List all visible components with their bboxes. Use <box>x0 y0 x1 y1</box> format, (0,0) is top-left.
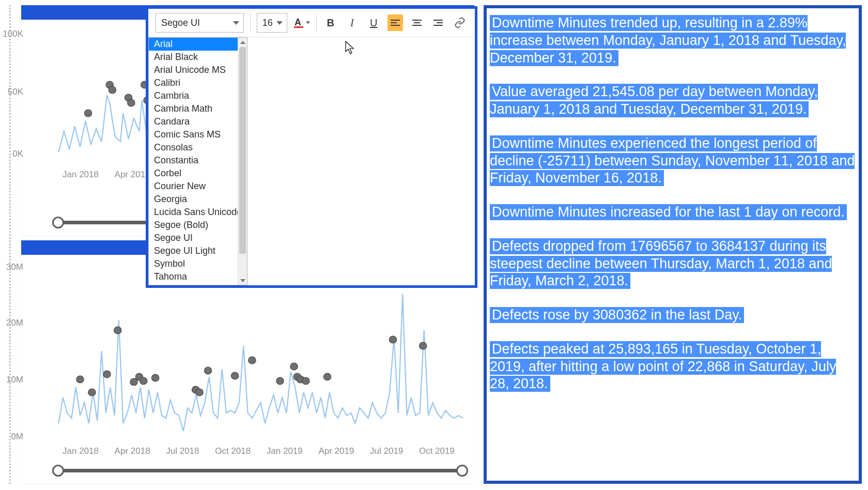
summary-text[interactable]: Downtime Minutes trended up, resulting i… <box>490 15 846 66</box>
font-color-button[interactable]: A <box>293 14 310 31</box>
svg-point-37 <box>323 373 331 380</box>
align-right-button[interactable] <box>431 14 446 31</box>
separator <box>250 13 251 32</box>
summary-text[interactable]: Downtime Minutes experienced the longest… <box>490 135 855 187</box>
font-option[interactable]: Cambria <box>149 89 238 102</box>
svg-point-33 <box>290 363 298 370</box>
align-left-button[interactable] <box>388 14 403 31</box>
scroll-thumb[interactable] <box>239 47 246 254</box>
font-option[interactable]: Arial Unicode MS <box>149 64 238 76</box>
range-handle-start[interactable] <box>52 217 64 228</box>
font-size-select[interactable]: 16 <box>257 13 287 33</box>
summary-text[interactable]: Defects rose by 3080362 in the last Day. <box>490 307 744 323</box>
svg-point-36 <box>302 377 310 385</box>
svg-rect-41 <box>294 26 303 28</box>
font-list[interactable]: ArialArial BlackArial Unicode MSCalibriC… <box>149 38 238 285</box>
selection-dotted-edge <box>9 5 14 484</box>
charts-column: 0K 50K 100K <box>21 5 474 484</box>
svg-point-26 <box>151 374 159 381</box>
chevron-down-icon <box>233 21 239 25</box>
font-option[interactable]: Times New Roman <box>149 283 238 285</box>
svg-point-22 <box>114 327 122 334</box>
font-option[interactable]: Arial <box>149 38 238 51</box>
bold-button[interactable]: B <box>323 14 338 31</box>
font-option[interactable]: Courier New <box>149 180 238 193</box>
svg-text:A: A <box>295 17 301 27</box>
insert-link-button[interactable] <box>452 14 468 31</box>
x-range-slider-bottom[interactable] <box>21 462 474 482</box>
font-option[interactable]: Georgia <box>149 193 238 206</box>
svg-point-29 <box>204 367 212 374</box>
font-option[interactable]: Symbol <box>149 257 238 270</box>
svg-point-4 <box>128 99 135 106</box>
font-option[interactable]: Segoe UI Light <box>149 244 238 257</box>
font-option[interactable]: Arial Black <box>149 51 238 64</box>
underline-button[interactable]: U <box>366 14 381 31</box>
svg-point-0 <box>84 110 92 117</box>
svg-point-2 <box>109 86 116 94</box>
font-option[interactable]: Comic Sans MS <box>149 128 238 141</box>
format-toolbar: Segoe UI 16 A B I U <box>148 9 475 37</box>
font-option[interactable]: Consolas <box>149 141 238 154</box>
font-option[interactable]: Cambria Math <box>149 102 238 115</box>
font-option[interactable]: Segoe UI <box>149 232 238 244</box>
svg-point-19 <box>76 376 84 383</box>
summary-text[interactable]: Defects dropped from 17696567 to 3684137… <box>490 238 832 289</box>
scroll-up-icon[interactable] <box>238 38 247 47</box>
format-toolbar-overlay: Segoe UI 16 A B I U <box>146 6 477 288</box>
summary-text[interactable]: Value averaged 21,545.08 per day between… <box>490 84 818 117</box>
font-option[interactable]: Corbel <box>149 167 238 180</box>
svg-point-25 <box>140 377 147 385</box>
font-option[interactable]: Lucida Sans Unicode <box>149 206 238 219</box>
scroll-down-icon[interactable] <box>238 276 247 285</box>
font-option[interactable]: Candara <box>149 115 238 128</box>
summary-text[interactable]: Defects peaked at 25,893,165 in Tuesday,… <box>490 341 836 392</box>
summary-text[interactable]: Downtime Minutes increased for the last … <box>490 204 847 220</box>
font-option[interactable]: Tahoma <box>149 270 238 283</box>
summary-pane[interactable]: Downtime Minutes trended up, resulting i… <box>484 5 862 484</box>
range-handle-start[interactable] <box>52 465 64 477</box>
font-option[interactable]: Constantia <box>149 154 238 167</box>
range-handle-end[interactable] <box>456 465 468 477</box>
chevron-down-icon <box>276 21 283 25</box>
svg-point-32 <box>276 377 284 385</box>
font-family-select[interactable]: Segoe UI <box>156 13 244 33</box>
align-center-button[interactable] <box>409 14 425 31</box>
svg-point-39 <box>419 342 427 349</box>
svg-point-30 <box>231 372 239 379</box>
svg-point-38 <box>389 336 397 343</box>
svg-point-21 <box>103 371 111 378</box>
dropdown-scrollbar[interactable] <box>238 38 247 285</box>
font-family-dropdown: ArialArial BlackArial Unicode MSCalibriC… <box>148 37 247 285</box>
svg-point-28 <box>196 389 204 396</box>
svg-point-31 <box>249 357 256 364</box>
font-option[interactable]: Calibri <box>149 76 238 89</box>
separator <box>316 13 317 32</box>
font-option[interactable]: Segoe (Bold) <box>149 219 238 232</box>
x-axis-bottom: Jan 2018 Apr 2018 Jul 2018 Oct 2018 Jan … <box>26 444 467 456</box>
svg-point-20 <box>88 389 96 396</box>
italic-button[interactable]: I <box>345 14 360 31</box>
